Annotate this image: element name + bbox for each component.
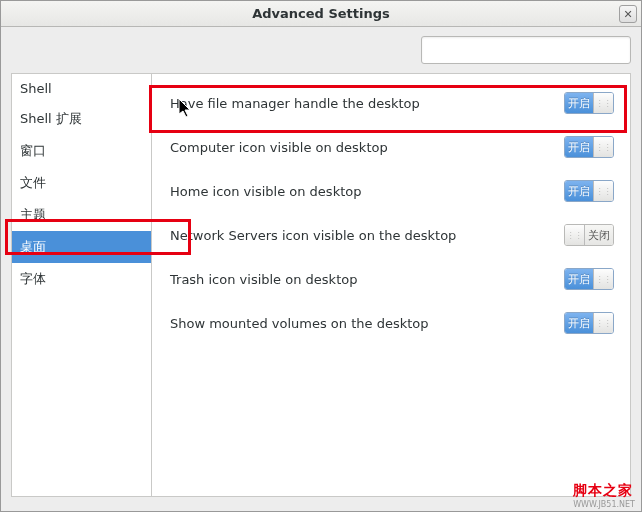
search-input[interactable]: [421, 36, 631, 64]
close-button[interactable]: ✕: [619, 5, 637, 23]
setting-row-3: Network Servers icon visible on the desk…: [170, 224, 614, 246]
toggle-switch[interactable]: 开启⋮⋮: [564, 136, 614, 158]
watermark-text: 脚本之家: [573, 482, 633, 498]
close-icon: ✕: [623, 8, 632, 21]
window-title: Advanced Settings: [252, 6, 390, 21]
toggle-switch[interactable]: 开启⋮⋮: [564, 92, 614, 114]
switch-knob: ⋮⋮: [593, 137, 613, 157]
switch-knob: ⋮⋮: [565, 225, 585, 245]
setting-row-1: Computer icon visible on desktop开启⋮⋮: [170, 136, 614, 158]
watermark-url: WWW.JB51.NET: [573, 500, 635, 509]
setting-label: Computer icon visible on desktop: [170, 140, 388, 155]
setting-row-2: Home icon visible on desktop开启⋮⋮: [170, 180, 614, 202]
toggle-switch[interactable]: ⋮⋮关闭: [564, 224, 614, 246]
setting-label: Show mounted volumes on the desktop: [170, 316, 429, 331]
setting-row-5: Show mounted volumes on the desktop开启⋮⋮: [170, 312, 614, 334]
setting-label: Home icon visible on desktop: [170, 184, 361, 199]
switch-on-label: 开启: [565, 313, 593, 333]
switch-on-label: 开启: [565, 181, 593, 201]
toggle-switch[interactable]: 开启⋮⋮: [564, 268, 614, 290]
setting-label: Network Servers icon visible on the desk…: [170, 228, 456, 243]
sidebar-item-6[interactable]: 字体: [12, 263, 151, 295]
switch-on-label: 开启: [565, 93, 593, 113]
sidebar: ShellShell 扩展窗口文件主题桌面字体: [11, 73, 151, 497]
setting-label: Trash icon visible on desktop: [170, 272, 357, 287]
sidebar-item-0[interactable]: Shell: [12, 74, 151, 103]
window: Advanced Settings ✕ ShellShell 扩展窗口文件主题桌…: [0, 0, 642, 512]
sidebar-item-1[interactable]: Shell 扩展: [12, 103, 151, 135]
toggle-switch[interactable]: 开启⋮⋮: [564, 312, 614, 334]
switch-knob: ⋮⋮: [593, 313, 613, 333]
switch-off-label: 关闭: [585, 225, 613, 245]
watermark: 脚本之家 WWW.JB51.NET: [573, 482, 635, 509]
switch-knob: ⋮⋮: [593, 93, 613, 113]
toggle-switch[interactable]: 开启⋮⋮: [564, 180, 614, 202]
toolbar: [1, 27, 641, 73]
setting-row-0: Have file manager handle the desktop开启⋮⋮: [170, 92, 614, 114]
content-body: ShellShell 扩展窗口文件主题桌面字体 Have file manage…: [11, 73, 631, 497]
settings-panel: Have file manager handle the desktop开启⋮⋮…: [151, 73, 631, 497]
switch-on-label: 开启: [565, 137, 593, 157]
sidebar-item-5[interactable]: 桌面: [12, 231, 151, 263]
switch-knob: ⋮⋮: [593, 269, 613, 289]
setting-row-4: Trash icon visible on desktop开启⋮⋮: [170, 268, 614, 290]
sidebar-item-4[interactable]: 主题: [12, 199, 151, 231]
setting-label: Have file manager handle the desktop: [170, 96, 420, 111]
sidebar-item-3[interactable]: 文件: [12, 167, 151, 199]
switch-knob: ⋮⋮: [593, 181, 613, 201]
switch-on-label: 开启: [565, 269, 593, 289]
sidebar-item-2[interactable]: 窗口: [12, 135, 151, 167]
titlebar: Advanced Settings ✕: [1, 1, 641, 27]
